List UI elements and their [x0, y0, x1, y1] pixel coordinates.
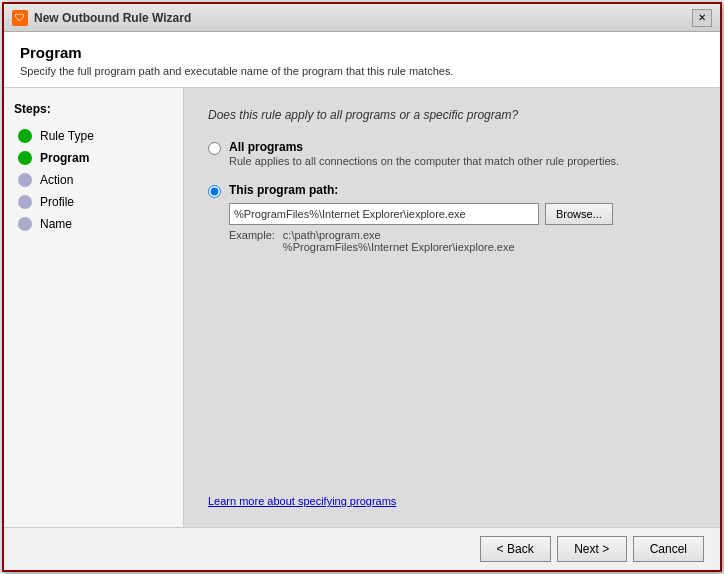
program-path-input[interactable] [229, 203, 539, 225]
this-program-radio[interactable] [208, 185, 221, 198]
learn-more-link[interactable]: Learn more about specifying programs [208, 495, 696, 507]
all-programs-desc: Rule applies to all connections on the c… [229, 154, 619, 169]
header: Program Specify the full program path an… [4, 32, 720, 88]
back-button[interactable]: < Back [480, 536, 551, 562]
sidebar-label-action: Action [40, 173, 73, 187]
sidebar-label-profile: Profile [40, 195, 74, 209]
example-container: Example: c:\path\program.exe %ProgramFil… [229, 229, 613, 253]
example-path2: %ProgramFiles%\Internet Explorer\iexplor… [283, 241, 515, 253]
cancel-button[interactable]: Cancel [633, 536, 704, 562]
sidebar-item-profile[interactable]: Profile [14, 192, 173, 212]
sidebar-item-program[interactable]: Program [14, 148, 173, 168]
browse-button[interactable]: Browse... [545, 203, 613, 225]
page-title: Program [20, 44, 704, 61]
wizard-window: 🛡 New Outbound Rule Wizard ✕ Program Spe… [2, 2, 722, 572]
sidebar-item-rule-type[interactable]: Rule Type [14, 126, 173, 146]
step-icon-profile [18, 195, 32, 209]
main-panel: Does this rule apply to all programs or … [184, 88, 720, 527]
step-icon-program [18, 151, 32, 165]
close-button[interactable]: ✕ [692, 9, 712, 27]
window-icon: 🛡 [12, 10, 28, 26]
program-path-row: Browse... [229, 203, 613, 225]
footer: < Back Next > Cancel [4, 527, 720, 570]
sidebar-label-name: Name [40, 217, 72, 231]
question-text: Does this rule apply to all programs or … [208, 108, 696, 122]
step-icon-action [18, 173, 32, 187]
all-programs-content: All programs Rule applies to all connect… [229, 140, 619, 169]
sidebar-label-program: Program [40, 151, 89, 165]
next-button[interactable]: Next > [557, 536, 627, 562]
page-subtitle: Specify the full program path and execut… [20, 65, 704, 77]
content-area: Steps: Rule Type Program Action Profile … [4, 88, 720, 527]
option-group: All programs Rule applies to all connect… [208, 140, 696, 253]
sidebar-item-name[interactable]: Name [14, 214, 173, 234]
sidebar-item-action[interactable]: Action [14, 170, 173, 190]
sidebar: Steps: Rule Type Program Action Profile … [4, 88, 184, 527]
title-bar: 🛡 New Outbound Rule Wizard ✕ [4, 4, 720, 32]
steps-label: Steps: [14, 102, 173, 116]
step-icon-name [18, 217, 32, 231]
this-program-option: This program path: Browse... Example: c:… [208, 183, 696, 253]
this-program-label[interactable]: This program path: [229, 183, 338, 197]
sidebar-label-rule-type: Rule Type [40, 129, 94, 143]
window-title: New Outbound Rule Wizard [34, 11, 692, 25]
example-label: Example: [229, 229, 275, 253]
all-programs-radio[interactable] [208, 142, 221, 155]
title-bar-controls: ✕ [692, 9, 712, 27]
example-path1: c:\path\program.exe [283, 229, 515, 241]
step-icon-rule-type [18, 129, 32, 143]
example-paths: c:\path\program.exe %ProgramFiles%\Inter… [283, 229, 515, 253]
all-programs-label[interactable]: All programs [229, 140, 303, 154]
all-programs-option: All programs Rule applies to all connect… [208, 140, 696, 169]
this-program-content: This program path: Browse... Example: c:… [229, 183, 613, 253]
